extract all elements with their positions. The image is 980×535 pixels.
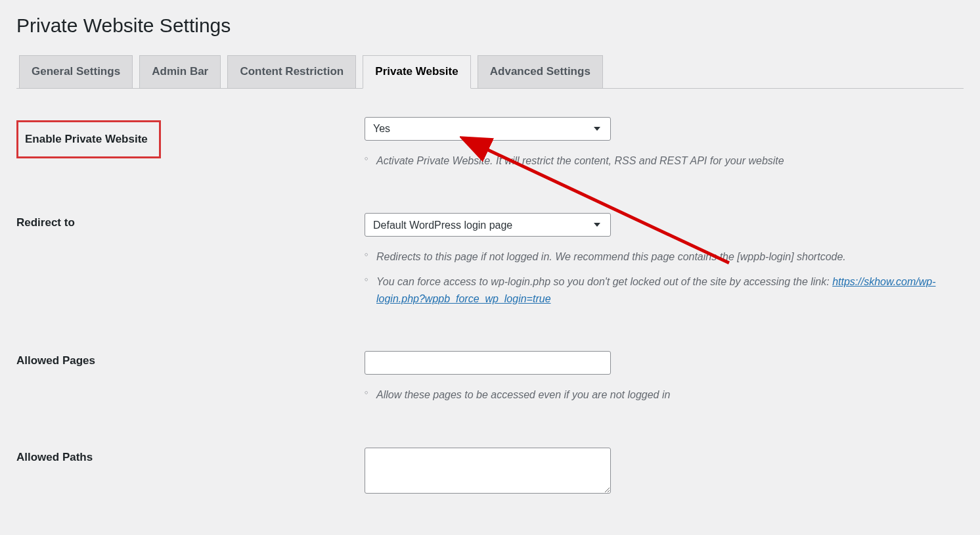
tab-admin-bar[interactable]: Admin Bar bbox=[139, 55, 221, 89]
tab-bar: General Settings Admin Bar Content Restr… bbox=[16, 55, 964, 89]
allowed-paths-textarea[interactable] bbox=[365, 448, 611, 494]
tab-private-website[interactable]: Private Website bbox=[363, 55, 470, 89]
redirect-to-select[interactable]: Default WordPress login page bbox=[365, 213, 611, 237]
enable-private-website-select[interactable]: Yes bbox=[365, 117, 611, 141]
tab-content-restriction[interactable]: Content Restriction bbox=[227, 55, 356, 89]
allowed-paths-label: Allowed Paths bbox=[16, 438, 365, 522]
page-title: Private Website Settings bbox=[16, 14, 964, 37]
enable-description: Activate Private Website. It will restri… bbox=[365, 152, 957, 170]
tab-general-settings[interactable]: General Settings bbox=[19, 55, 133, 89]
allowed-pages-description: Allow these pages to be accessed even if… bbox=[365, 386, 957, 404]
enable-private-website-label: Enable Private Website bbox=[16, 120, 161, 158]
redirect-description-1: Redirects to this page if not logged in.… bbox=[365, 248, 957, 266]
allowed-pages-input[interactable] bbox=[365, 351, 611, 375]
allowed-pages-label: Allowed Pages bbox=[16, 341, 365, 438]
redirect-to-label: Redirect to bbox=[16, 203, 365, 341]
tab-advanced-settings[interactable]: Advanced Settings bbox=[478, 55, 603, 89]
redirect-description-2: You can force access to wp-login.php so … bbox=[365, 273, 957, 307]
